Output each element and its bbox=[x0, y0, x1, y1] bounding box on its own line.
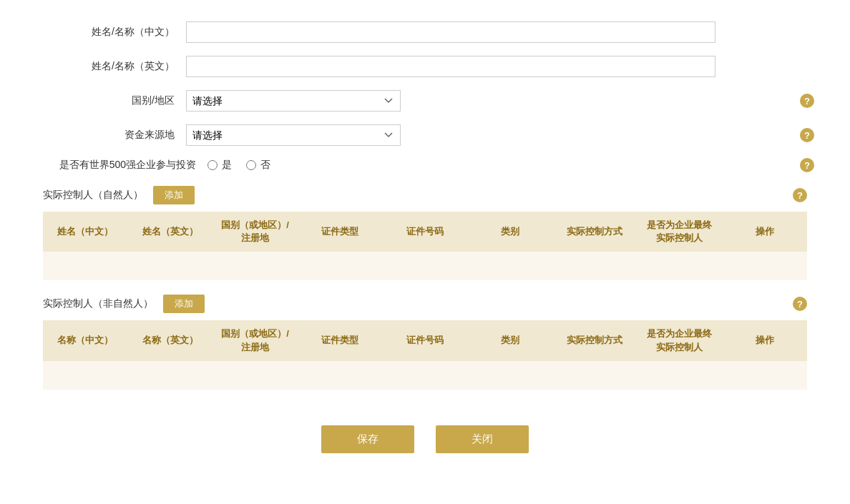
fortune500-no[interactable]: 否 bbox=[246, 159, 270, 172]
name-cn-row: 姓名/名称（中文） bbox=[43, 21, 807, 43]
natural-person-col-4: 证件类型 bbox=[298, 212, 383, 252]
non-natural-person-table: 名称（中文） 名称（英文） 国别（或地区）/注册地 证件类型 证件号码 类别 实… bbox=[43, 320, 807, 389]
non-natural-person-col-4: 证件类型 bbox=[298, 320, 383, 360]
non-natural-person-col-5: 证件号码 bbox=[383, 320, 468, 360]
non-natural-person-col-1: 名称（中文） bbox=[43, 320, 128, 360]
natural-person-col-3: 国别（或地区）/注册地 bbox=[212, 212, 298, 252]
country-label: 国别/地区 bbox=[43, 94, 186, 107]
natural-person-col-9: 操作 bbox=[722, 212, 807, 252]
non-natural-person-col-8: 是否为企业最终实际控制人 bbox=[638, 320, 723, 360]
non-natural-person-empty-row bbox=[43, 361, 807, 390]
name-en-label: 姓名/名称（英文） bbox=[43, 60, 186, 73]
country-control: 请选择 bbox=[186, 90, 715, 112]
name-en-row: 姓名/名称（英文） bbox=[43, 56, 807, 77]
page-container: 姓名/名称（中文） 姓名/名称（英文） 国别/地区 请选择 ? 资金来源地 bbox=[0, 0, 850, 503]
country-help-icon[interactable]: ? bbox=[800, 94, 814, 108]
fortune500-label: 是否有世界500强企业参与投资 bbox=[43, 159, 207, 172]
non-natural-person-col-3: 国别（或地区）/注册地 bbox=[212, 320, 298, 360]
non-natural-person-add-button[interactable]: 添加 bbox=[163, 295, 205, 313]
bottom-actions: 保存 关闭 bbox=[43, 425, 807, 475]
natural-person-col-5: 证件号码 bbox=[383, 212, 468, 252]
natural-person-col-7: 实际控制方式 bbox=[552, 212, 638, 252]
non-natural-person-header: 实际控制人（非自然人） 添加 ? bbox=[43, 295, 807, 313]
natural-person-col-2: 姓名（英文） bbox=[128, 212, 213, 252]
natural-person-table: 姓名（中文） 姓名（英文） 国别（或地区）/注册地 证件类型 证件号码 类别 实… bbox=[43, 212, 807, 280]
natural-person-add-button[interactable]: 添加 bbox=[153, 186, 195, 204]
close-button[interactable]: 关闭 bbox=[436, 425, 529, 453]
fortune500-help-icon[interactable]: ? bbox=[800, 158, 814, 172]
name-en-control bbox=[186, 56, 715, 77]
natural-person-table-header: 姓名（中文） 姓名（英文） 国别（或地区）/注册地 证件类型 证件号码 类别 实… bbox=[43, 212, 807, 252]
fund-source-select[interactable]: 请选择 bbox=[186, 124, 401, 146]
fortune500-radio-group: 是 否 bbox=[207, 159, 737, 172]
name-cn-label: 姓名/名称（中文） bbox=[43, 26, 186, 39]
country-select[interactable]: 请选择 bbox=[186, 90, 401, 112]
fund-source-label: 资金来源地 bbox=[43, 129, 186, 142]
fund-source-help-icon[interactable]: ? bbox=[800, 128, 814, 142]
fortune500-no-label: 否 bbox=[260, 159, 270, 172]
natural-person-empty-row bbox=[43, 252, 807, 280]
fund-source-control: 请选择 bbox=[186, 124, 715, 146]
natural-person-col-6: 类别 bbox=[467, 212, 552, 252]
non-natural-person-help-icon[interactable]: ? bbox=[793, 297, 807, 311]
non-natural-person-table-header: 名称（中文） 名称（英文） 国别（或地区）/注册地 证件类型 证件号码 类别 实… bbox=[43, 320, 807, 360]
non-natural-person-col-6: 类别 bbox=[467, 320, 552, 360]
fortune500-control: 是 否 bbox=[207, 159, 737, 172]
fortune500-yes-label: 是 bbox=[222, 159, 232, 172]
natural-person-col-1: 姓名（中文） bbox=[43, 212, 128, 252]
natural-person-title: 实际控制人（自然人） bbox=[43, 189, 143, 202]
fortune500-yes-radio[interactable] bbox=[207, 160, 218, 170]
non-natural-person-col-2: 名称（英文） bbox=[128, 320, 213, 360]
non-natural-person-col-9: 操作 bbox=[722, 320, 807, 360]
country-row: 国别/地区 请选择 ? bbox=[43, 90, 807, 112]
form-section: 姓名/名称（中文） 姓名/名称（英文） 国别/地区 请选择 ? 资金来源地 bbox=[43, 21, 807, 172]
fortune500-yes[interactable]: 是 bbox=[207, 159, 232, 172]
name-cn-input[interactable] bbox=[186, 21, 715, 43]
name-en-input[interactable] bbox=[186, 56, 715, 77]
natural-person-header: 实际控制人（自然人） 添加 ? bbox=[43, 186, 807, 204]
fortune500-row: 是否有世界500强企业参与投资 是 否 ? bbox=[43, 159, 807, 172]
save-button[interactable]: 保存 bbox=[321, 425, 414, 453]
natural-person-col-8: 是否为企业最终实际控制人 bbox=[638, 212, 723, 252]
fortune500-no-radio[interactable] bbox=[246, 160, 256, 170]
name-cn-control bbox=[186, 21, 715, 43]
fund-source-row: 资金来源地 请选择 ? bbox=[43, 124, 807, 146]
natural-person-help-icon[interactable]: ? bbox=[793, 188, 807, 202]
non-natural-person-title: 实际控制人（非自然人） bbox=[43, 297, 153, 310]
non-natural-person-col-7: 实际控制方式 bbox=[552, 320, 638, 360]
